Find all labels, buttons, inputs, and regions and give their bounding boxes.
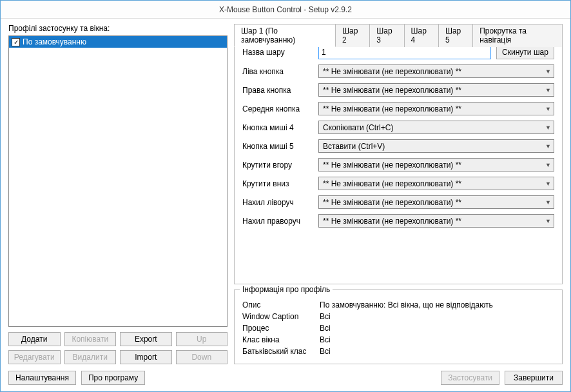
input-layer-name[interactable] (318, 46, 491, 59)
select-tilt-right[interactable]: ** Не змінювати (не перехоплювати) ** ▼ (318, 214, 554, 228)
profiles-label: Профілі застосунку та вікна: (8, 24, 227, 33)
chevron-down-icon: ▼ (545, 162, 551, 168)
select-tilt-left[interactable]: ** Не змінювати (не перехоплювати) ** ▼ (318, 195, 554, 209)
select-value: Скопіювати (Ctrl+C) (323, 123, 393, 132)
info-process-label: Процес (242, 324, 320, 333)
info-row-desc: Опис По замовчуванню: Всі вікна, що не в… (242, 300, 554, 309)
row-middle-button: Середня кнопка ** Не змінювати (не перех… (242, 102, 554, 115)
label-scroll-down: Крутити вниз (242, 179, 313, 188)
select-value: ** Не змінювати (не перехоплювати) ** (323, 104, 461, 113)
profile-buttons: Додати Копіювати Export Up Редагувати Ви… (8, 332, 227, 364)
row-scroll-up: Крутити вгору ** Не змінювати (не перехо… (242, 158, 554, 172)
content-area: Профілі застосунку та вікна: ✓ По замовч… (1, 19, 570, 391)
down-button: Down (176, 350, 228, 364)
tab-layer4[interactable]: Шар 4 (404, 24, 439, 47)
row-mouse5: Кнопка миші 5 Вставити (Ctrl+V) ▼ (242, 139, 554, 153)
row-tilt-right: Нахил праворуч ** Не змінювати (не перех… (242, 214, 554, 228)
info-row-class: Клас вікна Всі (242, 335, 554, 344)
info-parent-value: Всі (320, 347, 331, 356)
tab-layer1[interactable]: Шар 1 (По замовчуванню) (234, 24, 336, 47)
label-mouse4: Кнопка миші 4 (242, 123, 313, 132)
info-parent-label: Батьківський клас (242, 347, 320, 356)
select-value: ** Не змінювати (не перехоплювати) ** (323, 198, 461, 207)
tab-strip: Шар 1 (По замовчуванню) Шар 2 Шар 3 Шар … (234, 24, 562, 47)
info-desc-value: По замовчуванню: Всі вікна, що не відпов… (320, 300, 493, 309)
chevron-down-icon: ▼ (545, 68, 551, 75)
select-mouse5[interactable]: Вставити (Ctrl+V) ▼ (318, 139, 554, 153)
info-desc-label: Опис (242, 300, 320, 309)
tab-layer2[interactable]: Шар 2 (335, 24, 370, 47)
tab-layer5[interactable]: Шар 5 (438, 24, 473, 47)
row-mouse4: Кнопка миші 4 Скопіювати (Ctrl+C) ▼ (242, 121, 554, 134)
row-layer-name: Назва шару Скинути шар (242, 45, 554, 59)
row-scroll-down: Крутити вниз ** Не змінювати (не перехоп… (242, 177, 554, 190)
chevron-down-icon: ▼ (545, 124, 551, 131)
title-bar[interactable]: X-Mouse Button Control - Setup v2.9.2 (1, 1, 570, 19)
select-scroll-down[interactable]: ** Не змінювати (не перехоплювати) ** ▼ (318, 177, 554, 190)
chevron-down-icon: ▼ (545, 106, 551, 112)
layer-panel: Шар 1 (По замовчуванню) Шар 2 Шар 3 Шар … (234, 24, 563, 284)
info-row-caption: Window Caption Всі (242, 312, 554, 321)
select-middle-button[interactable]: ** Не змінювати (не перехоплювати) ** ▼ (318, 102, 554, 115)
select-scroll-up[interactable]: ** Не змінювати (не перехоплювати) ** ▼ (318, 158, 554, 172)
row-tilt-left: Нахил ліворуч ** Не змінювати (не перехо… (242, 195, 554, 209)
bottom-left-buttons: Налаштування Про програму (8, 371, 145, 385)
label-layer-name: Назва шару (242, 48, 313, 57)
apply-button: Застосувати (441, 371, 499, 385)
import-button[interactable]: Import (120, 350, 172, 364)
info-title: Інформація про профіль (240, 285, 333, 294)
export-button[interactable]: Export (120, 332, 172, 346)
row-left-button: Ліва кнопка ** Не змінювати (не перехопл… (242, 64, 554, 78)
main-area: Профілі застосунку та вікна: ✓ По замовч… (8, 24, 563, 364)
label-scroll-up: Крутити вгору (242, 161, 313, 170)
check-icon[interactable]: ✓ (12, 38, 20, 46)
select-left-button[interactable]: ** Не змінювати (не перехоплювати) ** ▼ (318, 64, 554, 78)
info-caption-value: Всі (320, 312, 331, 321)
label-left-button: Ліва кнопка (242, 67, 313, 76)
close-button[interactable]: Завершити (505, 371, 563, 385)
info-class-value: Всі (320, 335, 331, 344)
info-class-label: Клас вікна (242, 335, 320, 344)
reset-layer-button[interactable]: Скинути шар (496, 45, 554, 59)
add-button[interactable]: Додати (8, 332, 61, 346)
profile-list[interactable]: ✓ По замовчуванню (8, 35, 227, 327)
chevron-down-icon: ▼ (545, 181, 551, 187)
select-value: ** Не змінювати (не перехоплювати) ** (323, 161, 461, 170)
label-tilt-right: Нахил праворуч (242, 217, 313, 226)
up-button: Up (176, 332, 228, 346)
copy-button: Копіювати (64, 332, 117, 346)
about-button[interactable]: Про програму (81, 371, 145, 385)
select-value: ** Не змінювати (не перехоплювати) ** (323, 217, 461, 226)
info-row-parent: Батьківський клас Всі (242, 347, 554, 356)
select-right-button[interactable]: ** Не змінювати (не перехоплювати) ** ▼ (318, 83, 554, 97)
select-mouse4[interactable]: Скопіювати (Ctrl+C) ▼ (318, 121, 554, 134)
info-process-value: Всі (320, 324, 331, 333)
app-window: X-Mouse Button Control - Setup v2.9.2 Пр… (0, 0, 571, 392)
select-value: ** Не змінювати (не перехоплювати) ** (323, 67, 461, 76)
select-value: ** Не змінювати (не перехоплювати) ** (323, 86, 461, 95)
tab-scroll-nav[interactable]: Прокрутка та навігація (472, 24, 563, 47)
bottom-right-buttons: Застосувати Завершити (441, 371, 563, 385)
row-right-button: Права кнопка ** Не змінювати (не перехоп… (242, 83, 554, 97)
left-pane: Профілі застосунку та вікна: ✓ По замовч… (8, 24, 227, 364)
select-value: Вставити (Ctrl+V) (323, 142, 385, 151)
chevron-down-icon: ▼ (545, 199, 551, 206)
label-middle-button: Середня кнопка (242, 104, 313, 113)
select-value: ** Не змінювати (не перехоплювати) ** (323, 179, 461, 188)
profile-item-default[interactable]: ✓ По замовчуванню (9, 36, 227, 48)
info-row-process: Процес Всі (242, 324, 554, 333)
bottom-bar: Налаштування Про програму Застосувати За… (8, 371, 563, 385)
delete-button: Видалити (64, 350, 117, 364)
tab-layer3[interactable]: Шар 3 (369, 24, 404, 47)
label-right-button: Права кнопка (242, 86, 313, 95)
profile-info-panel: Інформація про профіль Опис По замовчува… (234, 289, 563, 364)
chevron-down-icon: ▼ (545, 87, 551, 93)
settings-button[interactable]: Налаштування (8, 371, 76, 385)
window-title: X-Mouse Button Control - Setup v2.9.2 (219, 5, 352, 14)
chevron-down-icon: ▼ (545, 143, 551, 150)
edit-button: Редагувати (8, 350, 61, 364)
profile-name: По замовчуванню (23, 37, 86, 46)
chevron-down-icon: ▼ (545, 218, 551, 224)
label-tilt-left: Нахил ліворуч (242, 198, 313, 207)
info-caption-label: Window Caption (242, 312, 320, 321)
